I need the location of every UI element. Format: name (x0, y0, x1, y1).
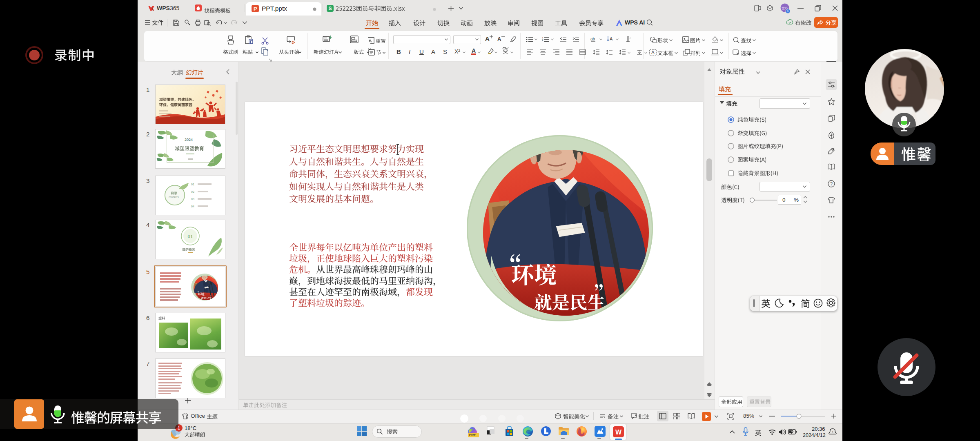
svg-text:z: z (832, 430, 833, 433)
svg-text:S: S (328, 6, 332, 11)
svg-text:2: 2 (542, 39, 543, 41)
svg-text:?: ? (830, 181, 833, 186)
svg-text:W: W (615, 429, 622, 436)
svg-text:ab: ab (590, 37, 595, 41)
svg-text:01: 01 (188, 233, 193, 239)
svg-text:A: A (610, 36, 613, 41)
svg-text:P: P (254, 6, 257, 12)
svg-text:A: A (651, 50, 655, 55)
